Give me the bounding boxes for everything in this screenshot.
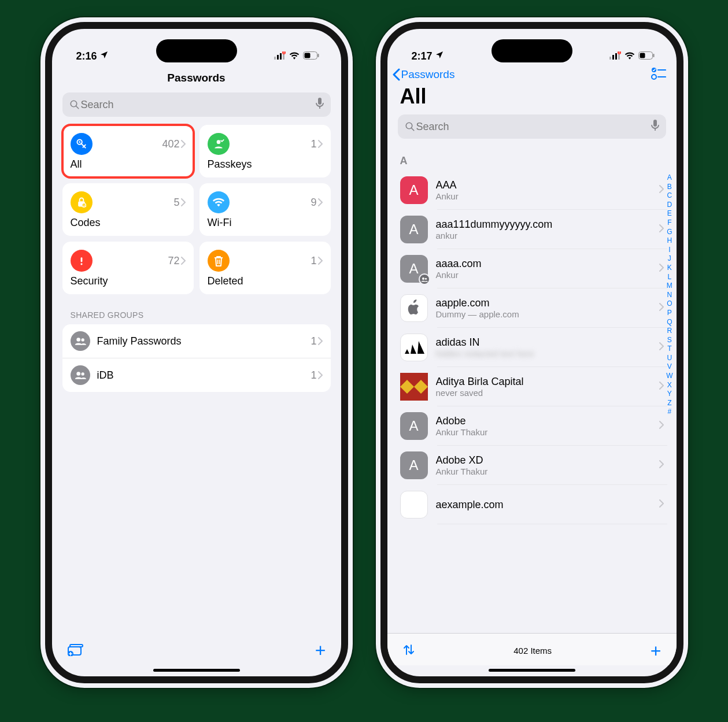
lock-icon: 123: [71, 191, 93, 213]
site-icon: A: [400, 176, 428, 204]
password-subtitle: Ankur Thakur: [436, 466, 651, 476]
mic-icon[interactable]: [316, 98, 324, 112]
index-I[interactable]: I: [668, 246, 670, 255]
index-S[interactable]: S: [667, 336, 672, 345]
tile-passkeys[interactable]: 1 Passkeys: [199, 125, 331, 177]
svg-line-10: [76, 106, 79, 109]
cards-icon[interactable]: [67, 642, 84, 658]
password-row[interactable]: Aditya Birla Capital never saved: [400, 367, 677, 406]
signal-icon: !: [609, 50, 621, 62]
chevron-right-icon: [181, 198, 186, 206]
index-U[interactable]: U: [667, 354, 672, 363]
tile-wi-fi[interactable]: 9 Wi-Fi: [199, 183, 331, 236]
tile-all[interactable]: 402 All: [62, 125, 194, 177]
home-indicator: [489, 669, 575, 672]
password-row[interactable]: aexample.com: [400, 485, 677, 524]
svg-rect-46: [653, 120, 657, 127]
tile-label: Security: [71, 275, 186, 287]
tile-count: 9: [311, 197, 322, 209]
password-row[interactable]: A Adobe XD Ankur Thakur: [400, 446, 677, 485]
chevron-right-icon: [318, 257, 323, 265]
svg-rect-38: [640, 53, 645, 58]
chevron-right-icon: [181, 257, 186, 265]
tile-count: 1: [311, 255, 322, 267]
dynamic-island: [492, 39, 572, 62]
index-J[interactable]: J: [668, 254, 671, 264]
password-subtitle: ankur: [436, 231, 651, 240]
index-Y[interactable]: Y: [667, 390, 672, 399]
svg-rect-29: [70, 645, 83, 647]
index-V[interactable]: V: [667, 362, 672, 372]
svg-point-48: [422, 277, 424, 280]
index-Z[interactable]: Z: [667, 399, 671, 408]
index-L[interactable]: L: [667, 273, 671, 282]
index-T[interactable]: T: [667, 345, 671, 354]
tile-codes[interactable]: 123 5 Codes: [62, 183, 194, 236]
section-header: A: [387, 147, 677, 171]
tile-count: 402: [162, 138, 185, 150]
chevron-right-icon: [318, 337, 323, 345]
password-title: Adobe XD: [436, 454, 651, 466]
search-field[interactable]: [62, 92, 331, 117]
site-icon: A: [400, 255, 428, 283]
items-count: 402 Items: [513, 646, 552, 656]
index-R[interactable]: R: [667, 327, 672, 336]
index-Q[interactable]: Q: [667, 318, 672, 327]
group-count: 1: [311, 335, 322, 347]
status-time: 2:16: [76, 50, 97, 62]
search-input[interactable]: [80, 98, 316, 112]
group-row[interactable]: Family Passwords 1: [62, 324, 331, 358]
index-O[interactable]: O: [667, 299, 672, 309]
select-icon[interactable]: [651, 67, 666, 82]
index-D[interactable]: D: [667, 201, 672, 210]
svg-point-26: [76, 372, 80, 376]
search-field[interactable]: [398, 114, 666, 139]
password-row[interactable]: A Adobe Ankur Thakur: [400, 406, 677, 446]
index-A[interactable]: A: [667, 173, 672, 183]
password-row[interactable]: A AAA Ankur: [400, 171, 677, 210]
location-icon: [435, 50, 444, 62]
group-icon: [71, 365, 90, 385]
add-button[interactable]: +: [651, 642, 662, 660]
sort-icon[interactable]: [402, 643, 415, 658]
password-title: Adobe: [436, 415, 651, 427]
phone-left: 2:16 ! Passwords: [40, 17, 353, 688]
mic-icon[interactable]: [651, 120, 659, 134]
password-row[interactable]: A aaa111dummyyyyyy.com ankur: [400, 210, 677, 249]
index-P[interactable]: P: [667, 309, 672, 318]
index-W[interactable]: W: [666, 372, 672, 381]
svg-text:123: 123: [81, 204, 86, 208]
index-E[interactable]: E: [667, 209, 672, 219]
svg-rect-31: [609, 57, 611, 60]
index-K[interactable]: K: [667, 264, 672, 273]
add-button[interactable]: +: [315, 641, 326, 660]
chevron-right-icon: [659, 499, 667, 510]
tile-security[interactable]: 72 Security: [62, 242, 194, 294]
back-label: Passwords: [401, 68, 455, 81]
tile-label: Passkeys: [208, 158, 323, 171]
index-M[interactable]: M: [667, 282, 672, 291]
index-N[interactable]: N: [667, 291, 672, 300]
location-icon: [99, 50, 109, 62]
svg-point-14: [79, 141, 80, 143]
index-#[interactable]: #: [667, 408, 671, 417]
svg-point-15: [216, 140, 220, 144]
group-icon: [71, 331, 90, 351]
password-row[interactable]: adidas IN hidden redacted text here: [400, 328, 677, 367]
back-button[interactable]: Passwords: [392, 68, 455, 81]
svg-rect-32: [612, 55, 614, 60]
index-B[interactable]: B: [667, 183, 672, 192]
index-C[interactable]: C: [667, 191, 672, 201]
password-row[interactable]: aapple.com Dummy — apple.com: [400, 288, 677, 328]
group-row[interactable]: iDB 1: [62, 358, 331, 392]
index-H[interactable]: H: [667, 236, 672, 246]
search-input[interactable]: [415, 120, 651, 134]
index-F[interactable]: F: [667, 219, 671, 228]
tile-deleted[interactable]: 1 Deleted: [199, 242, 331, 294]
password-row[interactable]: A aaaa.com Ankur: [400, 249, 677, 288]
index-X[interactable]: X: [667, 381, 672, 390]
svg-point-27: [81, 372, 84, 375]
chevron-right-icon: [659, 460, 667, 471]
index-G[interactable]: G: [667, 228, 672, 237]
alphabet-index[interactable]: ABCDEFGHIJKLMNOPQRSTUVWXYZ#: [666, 173, 672, 417]
